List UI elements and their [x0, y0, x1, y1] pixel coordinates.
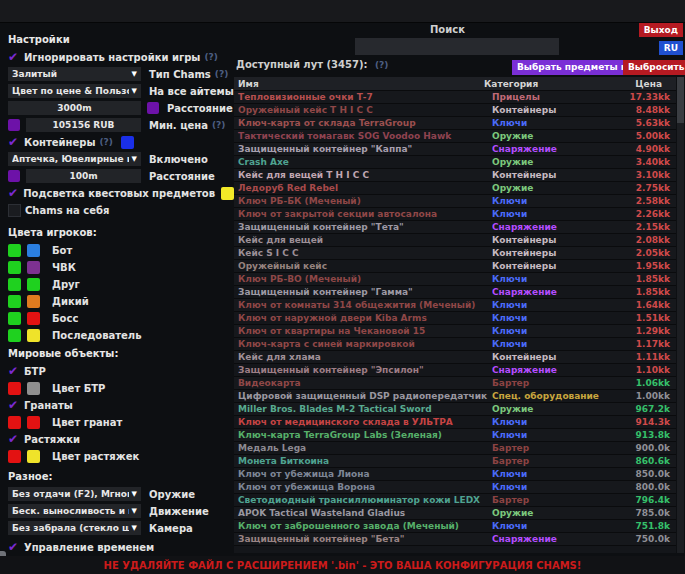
min-price-color-swatch[interactable]: [8, 119, 20, 131]
column-header-name[interactable]: Имя: [234, 79, 484, 89]
checkmark-icon[interactable]: ✔: [8, 51, 24, 63]
btr-color-swatch-1[interactable]: [8, 382, 21, 395]
player-color-swatch-2[interactable]: [27, 261, 40, 274]
scrollbar-thumb[interactable]: [677, 77, 684, 123]
checkbox-row-btr[interactable]: ✔ БТР: [8, 364, 234, 378]
table-row[interactable]: ВидеокартаБартер1.06kk: [234, 377, 676, 390]
table-row[interactable]: Оружейный кейс T H I C CКонтейнеры8.48kk: [234, 104, 676, 117]
table-row[interactable]: Медаль LegaБартер900.0k: [234, 442, 676, 455]
table-row[interactable]: Crash AxeОружие3.40kk: [234, 156, 676, 169]
player-color-swatch-1[interactable]: [8, 278, 21, 291]
item-price: 785.0k: [614, 508, 676, 518]
table-row[interactable]: Кейс для хламаКонтейнеры1.11kk: [234, 351, 676, 364]
tripwire-color-swatch-2[interactable]: [27, 450, 40, 463]
btr-color-swatch-2[interactable]: [27, 382, 40, 395]
table-row[interactable]: Ключ от заброшенного завода (Меченый)Клю…: [234, 520, 676, 533]
checkmark-icon[interactable]: ✔: [8, 187, 23, 199]
camera-dropdown[interactable]: Без забрала (стекло шлема) ▼: [8, 521, 141, 535]
table-row[interactable]: Монета БиткоинаБартер860.6k: [234, 455, 676, 468]
table-row-partial[interactable]: [234, 546, 676, 553]
table-row[interactable]: Защищенный контейнер "Эпсилон"Снаряжение…: [234, 364, 676, 377]
help-hint[interactable]: (?): [212, 120, 225, 130]
distance-color-swatch[interactable]: [147, 102, 159, 114]
table-row[interactable]: Ключ РБ-БК (Меченый)Ключи2.58kk: [234, 195, 676, 208]
min-price-input[interactable]: 105156 RUB: [26, 118, 141, 132]
quest-color-swatch[interactable]: [221, 187, 234, 200]
table-row[interactable]: Ключ от медицинского склада в УЛЬТРАКлюч…: [234, 416, 676, 429]
exit-button[interactable]: Выход: [639, 23, 683, 37]
help-hint[interactable]: (?): [215, 69, 228, 79]
checkmark-icon[interactable]: ✔: [8, 365, 24, 377]
table-row[interactable]: Ключ-карта TerraGroup Labs (Зеленая)Ключ…: [234, 429, 676, 442]
column-header-price[interactable]: Цена: [606, 79, 676, 89]
all-items-dropdown[interactable]: Цвет по цене & Пользователь ▼: [8, 84, 141, 98]
player-color-swatch-2[interactable]: [27, 329, 40, 342]
table-row[interactable]: Защищенный контейнер "Бета"Снаряжение750…: [234, 533, 676, 546]
table-row[interactable]: Оружейный кейсКонтейнеры1.95kk: [234, 260, 676, 273]
checkmark-icon[interactable]: ✔: [8, 433, 24, 445]
player-color-swatch-2[interactable]: [27, 312, 40, 325]
checkbox-row-ignore-game-settings[interactable]: ✔ Игнорировать настройки игры (?): [8, 50, 234, 64]
table-row[interactable]: Кейс для вещей T H I C CКонтейнеры3.10kk: [234, 169, 676, 182]
table-row[interactable]: Защищенный контейнер "Гамма"Снаряжение1.…: [234, 286, 676, 299]
table-row[interactable]: Ключ РБ-ВО (Меченый)Ключи1.85kk: [234, 273, 676, 286]
table-row[interactable]: Кейс для вещейКонтейнеры2.08kk: [234, 234, 676, 247]
distance-input[interactable]: 3000m: [8, 101, 141, 115]
table-row[interactable]: Кейс S I C CКонтейнеры2.05kk: [234, 247, 676, 260]
table-row[interactable]: Цифровой защищенный DSP радиопередатчикС…: [234, 390, 676, 403]
table-row[interactable]: Ключ-карта с синей маркировкойКлючи1.17k…: [234, 338, 676, 351]
grenade-color-swatch-1[interactable]: [8, 416, 21, 429]
player-color-swatch-1[interactable]: [8, 244, 21, 257]
drop-all-button[interactable]: Выбросить все: [623, 60, 685, 75]
checkmark-icon[interactable]: ✔: [8, 399, 24, 411]
player-color-swatch-1[interactable]: [8, 312, 21, 325]
movement-dropdown[interactable]: Беск. выносливость и нет уста ▼: [8, 504, 141, 518]
checkbox-row-grenades[interactable]: ✔ Гранаты: [8, 398, 234, 412]
checkbox-row-containers[interactable]: ✔ Контейнеры (?): [8, 135, 234, 149]
table-row[interactable]: Miller Bros. Blades M-2 Tactical SwordОр…: [234, 403, 676, 416]
distance2-color-swatch[interactable]: [8, 170, 20, 182]
table-row[interactable]: Ледоруб Red RebelОружие2.75kk: [234, 182, 676, 195]
chams-type-dropdown[interactable]: Залитый ▼: [8, 67, 141, 81]
language-button[interactable]: RU: [659, 41, 683, 55]
table-row[interactable]: Защищенный контейнер "Тета"Снаряжение2.1…: [234, 221, 676, 234]
table-row[interactable]: Ключ от комнаты 314 общежития (Меченый)К…: [234, 299, 676, 312]
table-row[interactable]: Ключ от закрытой секции автосалонаКлючи2…: [234, 208, 676, 221]
grenade-color-swatch-2[interactable]: [27, 416, 40, 429]
help-hint[interactable]: (?): [375, 60, 388, 70]
weapon-dropdown[interactable]: Без отдачи (F2), Мгновенное п ▼: [8, 487, 141, 501]
search-input[interactable]: [355, 38, 559, 55]
containers-color-swatch[interactable]: [121, 136, 134, 149]
checkbox-row-quest-highlight[interactable]: ✔ Подсветка квестовых предметов: [8, 186, 234, 200]
category-filter-dropdown[interactable]: Аптечка, Ювелирные и... ▼: [8, 152, 141, 166]
table-row[interactable]: Ключ от убежища ЛионаКлючи850.0k: [234, 468, 676, 481]
table-row[interactable]: APOK Tactical Wasteland GladiusОружие785…: [234, 507, 676, 520]
help-hint[interactable]: (?): [204, 52, 217, 62]
table-row[interactable]: Ключ от квартиры на Чекановой 15Ключи1.2…: [234, 325, 676, 338]
player-color-swatch-2[interactable]: [27, 278, 40, 291]
table-row[interactable]: Тактический томагавк SOG Voodoo HawkОруж…: [234, 130, 676, 143]
table-row[interactable]: Ключ-карта от склада TerraGroupКлючи5.63…: [234, 117, 676, 130]
tripwire-color-swatch-1[interactable]: [8, 450, 21, 463]
distance2-input[interactable]: 100m: [26, 169, 141, 183]
checkmark-icon[interactable]: ✔: [8, 541, 24, 553]
item-category: Прицелы: [492, 92, 614, 102]
help-hint[interactable]: (?): [99, 137, 112, 147]
table-row[interactable]: Ключ от убежища ВоронаКлючи800.0k: [234, 481, 676, 494]
checkbox-unchecked[interactable]: [8, 204, 21, 217]
table-row[interactable]: Ключ от наружной двери Kiba ArmsКлючи1.5…: [234, 312, 676, 325]
checkbox-row-tripwires[interactable]: ✔ Растяжки: [8, 432, 234, 446]
table-row[interactable]: Тепловизионные очки Т-7Прицелы17.33kk: [234, 91, 676, 104]
table-row[interactable]: Светодиодный трансиллюминатор кожи LEDXБ…: [234, 494, 676, 507]
player-color-swatch-1[interactable]: [8, 295, 21, 308]
player-color-swatch-1[interactable]: [8, 329, 21, 342]
checkbox-row-time-control[interactable]: ✔ Управление временем: [8, 540, 234, 554]
checkbox-row-self-chams[interactable]: Chams на себя: [8, 203, 234, 217]
player-color-swatch-2[interactable]: [27, 244, 40, 257]
table-row[interactable]: Защищенный контейнер "Каппа"Снаряжение4.…: [234, 143, 676, 156]
player-color-swatch-2[interactable]: [27, 295, 40, 308]
column-header-category[interactable]: Категория: [484, 79, 606, 89]
table-scrollbar[interactable]: [677, 77, 684, 553]
checkmark-icon[interactable]: ✔: [8, 136, 24, 148]
player-color-swatch-1[interactable]: [8, 261, 21, 274]
